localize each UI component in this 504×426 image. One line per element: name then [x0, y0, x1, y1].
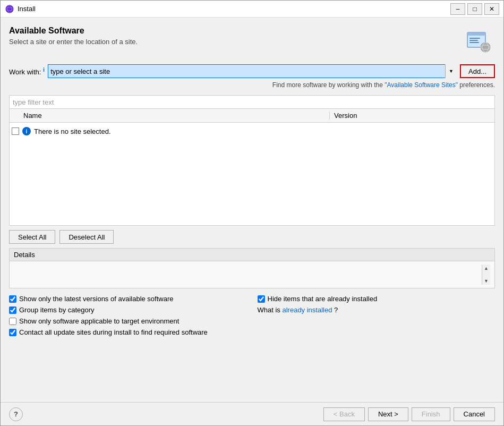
no-site-row: i There is no site selected.: [10, 123, 494, 140]
details-scrollbar: ▲ ▼: [482, 265, 490, 285]
site-dropdown-button[interactable]: ▼: [445, 64, 457, 78]
group-by-category-label: Group items by category: [19, 306, 95, 314]
option-contact-update: Contact all update sites during install …: [9, 328, 247, 336]
group-by-category-checkbox[interactable]: [9, 306, 16, 314]
no-site-text: There is no site selected.: [34, 127, 111, 135]
finish-button[interactable]: Finish: [412, 407, 450, 421]
details-body: ▲ ▼: [10, 261, 494, 288]
svg-point-0: [6, 5, 13, 13]
already-installed-link[interactable]: already installed: [282, 306, 332, 314]
info-icon: i: [22, 127, 31, 135]
minimize-button[interactable]: –: [450, 3, 465, 15]
svg-rect-10: [469, 42, 479, 43]
no-site-checkbox[interactable]: [12, 127, 19, 135]
details-section: Details ▲ ▼: [9, 248, 495, 288]
column-name-header: Name: [10, 112, 330, 120]
column-version-header: Version: [330, 112, 494, 120]
filter-placeholder: type filter text: [13, 98, 54, 106]
options-grid: Show only the latest versions of availab…: [9, 295, 495, 336]
svg-rect-8: [469, 38, 480, 39]
content-area: Available Software Select a site or ente…: [1, 18, 503, 402]
window-controls: – □ ✕: [450, 3, 499, 15]
show-latest-checkbox[interactable]: [9, 295, 16, 303]
header-icon: [461, 26, 495, 56]
show-applicable-checkbox[interactable]: [9, 318, 16, 325]
option-show-latest: Show only the latest versions of availab…: [9, 295, 247, 303]
svg-rect-9: [469, 40, 478, 41]
option-what-is-installed: What is already installed ?: [258, 306, 496, 314]
find-more-text: Find more software by working with the: [272, 81, 385, 89]
work-with-label: Work with: i: [9, 66, 45, 76]
site-input-wrapper: ▼: [48, 64, 457, 78]
work-with-row: Work with: i ▼ Add...: [9, 64, 495, 78]
header-section: Available Software Select a site or ente…: [9, 26, 495, 56]
help-button[interactable]: ?: [9, 407, 23, 421]
filter-row: type filter text: [9, 95, 495, 109]
software-table: Name Version i There is no site selected…: [9, 109, 495, 226]
site-input[interactable]: [48, 64, 457, 78]
table-body: i There is no site selected.: [10, 123, 494, 225]
select-buttons-row: Select All Deselect All: [9, 226, 495, 248]
cancel-button[interactable]: Cancel: [454, 407, 495, 421]
details-header: Details: [10, 249, 494, 261]
header-text: Available Software Select a site or ente…: [9, 26, 461, 46]
window-icon: [5, 4, 14, 14]
options-section: Show only the latest versions of availab…: [9, 295, 495, 336]
show-latest-label: Show only the latest versions of availab…: [19, 295, 174, 303]
contact-update-label: Contact all update sites during install …: [19, 328, 208, 336]
svg-rect-4: [467, 32, 485, 36]
hide-installed-checkbox[interactable]: [258, 295, 265, 303]
add-button[interactable]: Add...: [460, 64, 495, 78]
option-show-applicable: Show only software applicable to target …: [9, 317, 247, 325]
available-software-sites-link[interactable]: "Available Software Sites": [385, 81, 458, 89]
page-subtitle: Select a site or enter the location of a…: [9, 38, 461, 46]
close-button[interactable]: ✕: [484, 3, 499, 15]
bottom-bar: ? < Back Next > Finish Cancel: [1, 402, 503, 425]
details-header-label: Details: [14, 251, 35, 259]
select-all-button[interactable]: Select All: [9, 230, 55, 244]
page-title: Available Software: [9, 26, 461, 36]
contact-update-checkbox[interactable]: [9, 329, 16, 336]
find-more-suffix: preferences.: [459, 81, 495, 89]
scroll-down-arrow[interactable]: ▼: [483, 277, 490, 285]
what-is-label: What is already installed ?: [258, 306, 338, 314]
window-title: Install: [18, 5, 450, 13]
option-hide-installed: Hide items that are already installed: [258, 295, 496, 303]
maximize-button[interactable]: □: [467, 3, 482, 15]
bottom-buttons: < Back Next > Finish Cancel: [323, 407, 495, 421]
table-header: Name Version: [10, 109, 494, 123]
next-button[interactable]: Next >: [368, 407, 408, 421]
find-more-row: Find more software by working with the "…: [9, 81, 495, 89]
option-group-by-category: Group items by category: [9, 306, 247, 314]
scroll-up-arrow[interactable]: ▲: [483, 265, 490, 272]
title-bar: Install – □ ✕: [1, 1, 503, 18]
show-applicable-label: Show only software applicable to target …: [19, 317, 179, 325]
back-button[interactable]: < Back: [323, 407, 365, 421]
hide-installed-label: Hide items that are already installed: [268, 295, 378, 303]
deselect-all-button[interactable]: Deselect All: [59, 230, 114, 244]
install-window: Install – □ ✕ Available Software Select …: [0, 0, 504, 426]
